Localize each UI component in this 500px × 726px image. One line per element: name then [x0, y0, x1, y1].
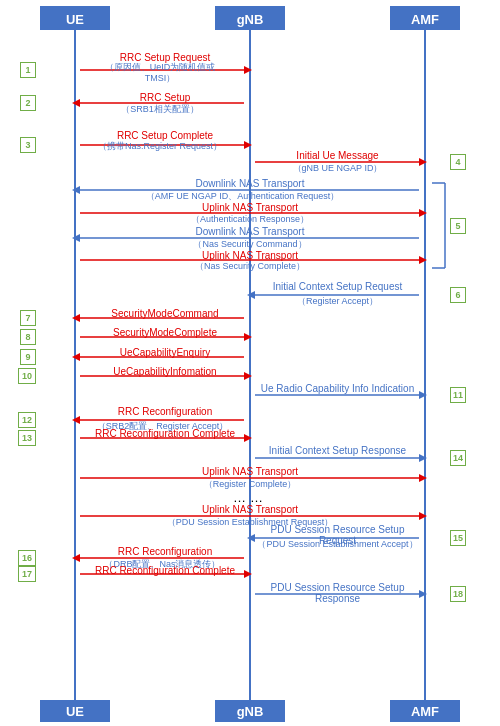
- step-1: 1: [20, 62, 36, 78]
- msg8-label: SecurityModeComplete: [80, 327, 250, 338]
- step-8: 8: [20, 329, 36, 345]
- msg4-sublabel: （gNB UE NGAP ID）: [255, 162, 420, 175]
- lane-label-amf: AMF: [411, 12, 439, 27]
- svg-marker-22: [72, 234, 80, 242]
- msg9-label: UeCapabilityEnquiry: [80, 347, 250, 358]
- msg5a-label: Downlink NAS Transport: [80, 178, 420, 189]
- msg5b-label: Uplink NAS Transport: [80, 202, 420, 213]
- lane-footer-amf: AMF: [390, 700, 460, 722]
- step-13: 13: [18, 430, 36, 446]
- lane-header-gnb: gNB: [215, 8, 285, 30]
- msg11-label: Ue Radio Capability Info Indication: [255, 383, 420, 394]
- sequence-diagram: UE gNB AMF UE gNB AMF 1 2 3 4 5 6 7 8 9 …: [0, 0, 500, 726]
- msg15b-label: Uplink NAS Transport: [80, 504, 420, 515]
- step-3: 3: [20, 137, 36, 153]
- step-12: 12: [18, 412, 36, 428]
- svg-marker-35: [72, 353, 80, 361]
- svg-marker-45: [419, 454, 427, 462]
- msg17-label: RRC Reconfiguration Complete: [80, 565, 250, 576]
- step-16: 16: [18, 550, 36, 566]
- svg-marker-49: [419, 512, 427, 520]
- step-6: 6: [450, 287, 466, 303]
- msg5b-sublabel: （Authentication Response）: [80, 213, 420, 226]
- msg12-label: RRC Reconfiguration: [80, 406, 250, 417]
- step-15: 15: [450, 530, 466, 546]
- msg18-label: PDU Session Resource Setup Response: [255, 582, 420, 604]
- msg13-label: RRC Reconfiguration Complete: [80, 428, 250, 439]
- lane-footer-ue: UE: [40, 700, 110, 722]
- svg-marker-31: [72, 314, 80, 322]
- lane-header-amf: AMF: [390, 8, 460, 30]
- msg16-label: RRC Reconfiguration: [80, 546, 250, 557]
- msg1-sublabel: （原因值、UeID为随机值或TMSI）: [70, 62, 250, 84]
- svg-marker-24: [419, 256, 427, 264]
- step-9: 9: [20, 349, 36, 365]
- dots: ……: [150, 490, 350, 505]
- svg-marker-16: [419, 158, 427, 166]
- msg10-label: UeCapabilityInfomation: [80, 366, 250, 377]
- msg2-sublabel: （SRB1相关配置）: [70, 103, 250, 116]
- step-5: 5: [450, 218, 466, 234]
- step-14: 14: [450, 450, 466, 466]
- step-18: 18: [450, 586, 466, 602]
- msg15c-sublabel: （PDU Session Establishment Accept）: [255, 538, 420, 551]
- step-10: 10: [18, 368, 36, 384]
- msg6-label: Initial Context Setup Request: [255, 281, 420, 292]
- lane-label-gnb: gNB: [237, 12, 264, 27]
- step-11: 11: [450, 387, 466, 403]
- step-2: 2: [20, 95, 36, 111]
- step-17: 17: [18, 566, 36, 582]
- msg6-sublabel: （Register Accept）: [255, 295, 420, 308]
- lane-footer-gnb: gNB: [215, 700, 285, 722]
- svg-marker-57: [419, 590, 427, 598]
- svg-marker-39: [419, 391, 427, 399]
- msg3-sublabel: （携带Nas:Register Request）: [70, 140, 250, 153]
- svg-marker-20: [419, 209, 427, 217]
- svg-marker-47: [419, 474, 427, 482]
- msg14-label: Initial Context Setup Response: [255, 445, 420, 456]
- msg15a-label: Uplink NAS Transport: [80, 466, 420, 477]
- msg5c-label: Downlink NAS Transport: [80, 226, 420, 237]
- lane-header-ue: UE: [40, 8, 110, 30]
- lane-label-ue: UE: [66, 12, 84, 27]
- step-7: 7: [20, 310, 36, 326]
- msg7-label: SecurityModeCommand: [80, 308, 250, 319]
- step-4: 4: [450, 154, 466, 170]
- svg-marker-51: [247, 534, 255, 542]
- svg-marker-29: [247, 291, 255, 299]
- msg5d-sublabel: （Nas Security Complete）: [80, 260, 420, 273]
- msg4-label: Initial Ue Message: [255, 150, 420, 161]
- msg2-label: RRC Setup: [80, 92, 250, 103]
